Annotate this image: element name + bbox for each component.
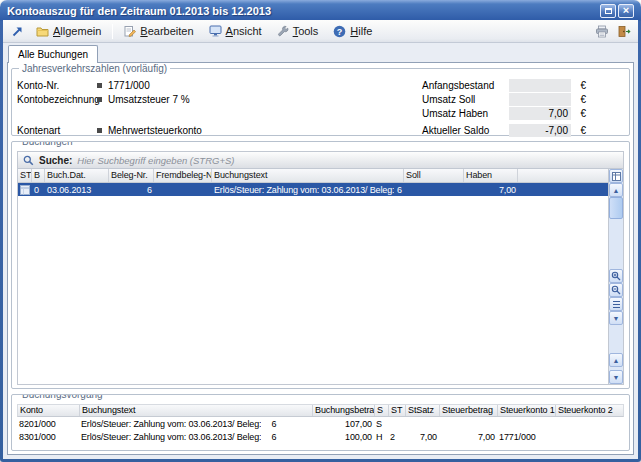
pencil-icon xyxy=(124,25,136,37)
column-header-fremdbelegnr[interactable]: Fremdbeleg-Nr. xyxy=(154,169,212,182)
column-header-steuerkonto2[interactable]: Steuerkonto 2 xyxy=(556,405,623,416)
help-icon: ? xyxy=(333,25,346,38)
cell-buchungstext: Erlös/Steuer: Zahlung vom: 03.06.2013/ B… xyxy=(212,185,404,195)
column-chooser-icon xyxy=(612,172,621,181)
field-label: Kontobezeichnung xyxy=(17,94,97,105)
buchungstext-text: Erlös/Steuer: Zahlung vom: 03.06.2013/ B… xyxy=(214,185,394,195)
record-down-button[interactable]: ▼ xyxy=(609,370,623,384)
column-header-haben[interactable]: Haben xyxy=(464,169,518,182)
column-chooser-button[interactable] xyxy=(609,169,623,183)
summary-left-column: Konto-Nr. 1771/000 Kontobezeichnung Umsa… xyxy=(17,78,422,132)
content-panel: Jahresverkehrszahlen (vorläufig) Konto-N… xyxy=(7,62,634,455)
column-header-buchdat[interactable]: Buch.Dat. xyxy=(45,169,109,182)
cell-buchdat: 03.06.2013 xyxy=(45,185,109,195)
menu-hilfe[interactable]: ? Hilfe xyxy=(326,22,379,41)
buchungstext-text: Erlös/Steuer: Zahlung vom: 03.06.2013/ B… xyxy=(81,432,261,442)
column-header-s[interactable]: S xyxy=(375,405,389,416)
menu-label: Ansicht xyxy=(226,25,262,37)
tabstrip: Alle Buchungen xyxy=(3,43,638,62)
buchungstext-ref: 6 xyxy=(271,432,276,442)
bookings-grid: ST B Buch.Dat. Beleg-Nr. Fremdbeleg-Nr. … xyxy=(17,168,624,385)
summary-group: Jahresverkehrszahlen (vorläufig) Konto-N… xyxy=(11,68,630,136)
column-header-steuerkonto1[interactable]: Steuerkonto 1 xyxy=(498,405,556,416)
column-header-soll[interactable]: Soll xyxy=(404,169,464,182)
monitor-icon xyxy=(209,25,222,37)
cell-b: 0 xyxy=(32,185,45,195)
menu-allgemein[interactable]: Allgemein xyxy=(29,22,108,41)
list-view-button[interactable] xyxy=(609,297,623,311)
zoom-out-button[interactable] xyxy=(609,283,623,297)
cell-buchungstext: Erlös/Steuer: Zahlung vom: 03.06.2013/ B… xyxy=(79,419,312,429)
currency-unit: € xyxy=(576,94,586,105)
scrollbar-track[interactable] xyxy=(609,325,623,353)
column-header-st[interactable]: ST xyxy=(18,169,32,182)
transaction-row[interactable]: 8201/000 Erlös/Steuer: Zahlung vom: 03.0… xyxy=(17,417,624,430)
maximize-icon xyxy=(605,8,612,14)
column-header-buchungstext[interactable]: Buchungstext xyxy=(212,169,404,182)
field-label: Anfangsbestand xyxy=(422,80,507,91)
column-header-buchungstext[interactable]: Buchungstext xyxy=(80,405,313,416)
field-indicator xyxy=(97,128,102,133)
print-button[interactable] xyxy=(591,22,612,41)
column-header-konto[interactable]: Konto xyxy=(18,405,80,416)
bookings-grid-body xyxy=(18,196,608,384)
column-header-buchungsbetrag[interactable]: Buchungsbetrag xyxy=(313,405,375,416)
column-header-steuerbetrag[interactable]: Steuerbetrag xyxy=(440,405,498,416)
navigate-button[interactable] xyxy=(7,22,28,41)
toolbar-separator xyxy=(112,24,113,39)
navigate-icon xyxy=(11,25,24,38)
tab-alle-buchungen[interactable]: Alle Buchungen xyxy=(8,45,98,63)
exit-door-icon xyxy=(617,25,631,38)
booking-row-selected[interactable]: 0 03.06.2013 6 Erlös/Steuer: Zahlung vom… xyxy=(18,183,608,196)
buchungstext-ref: 6 xyxy=(397,185,402,195)
currency-unit: € xyxy=(576,80,586,91)
cell-stsatz: 7,00 xyxy=(405,432,439,442)
zoom-out-icon xyxy=(611,285,621,295)
down-arrow-icon: ▼ xyxy=(613,315,620,322)
field-aktueller-saldo: Aktueller Saldo -7,00 € xyxy=(422,123,586,137)
field-value: 7,00 xyxy=(549,108,568,119)
close-button[interactable]: × xyxy=(618,4,634,18)
column-header-st[interactable]: ST xyxy=(389,405,406,416)
currency-unit: € xyxy=(576,108,586,119)
column-header-stsatz[interactable]: StSatz xyxy=(406,405,440,416)
menu-tools[interactable]: Tools xyxy=(270,22,326,41)
cell-belegnr: 6 xyxy=(109,185,154,195)
cell-buchungsbetrag: 100,00 xyxy=(312,432,374,442)
window-controls: × xyxy=(600,4,634,18)
menu-bearbeiten[interactable]: Bearbeiten xyxy=(117,22,200,41)
exit-button[interactable] xyxy=(613,22,634,41)
cell-steuerkonto1: 1771/000 xyxy=(497,432,555,442)
record-up-button[interactable]: ▲ xyxy=(609,353,623,367)
field-anfangsbestand: Anfangsbestand € xyxy=(422,78,586,92)
field-indicator xyxy=(97,83,102,88)
buchungstext-ref: 6 xyxy=(271,419,276,429)
scrollbar-track[interactable] xyxy=(609,219,623,269)
scroll-up-button[interactable]: ▲ xyxy=(609,183,623,197)
field-umsatz-soll: Umsatz Soll € xyxy=(422,92,586,106)
column-header-belegnr[interactable]: Beleg-Nr. xyxy=(109,169,154,182)
transaction-group: Buchungsvorgang Konto Buchungstext Buchu… xyxy=(11,394,630,451)
readonly-field xyxy=(509,79,571,92)
menu-ansicht[interactable]: Ansicht xyxy=(202,22,269,41)
transaction-group-title: Buchungsvorgang xyxy=(19,394,106,400)
field-value: Umsatzsteuer 7 % xyxy=(108,94,190,105)
row-status-cell xyxy=(18,185,32,195)
readonly-field xyxy=(509,93,571,106)
titlebar[interactable]: Kontoauszug für den Zeitraum 01.2013 bis… xyxy=(3,1,638,20)
scroll-down-button[interactable]: ▼ xyxy=(609,311,623,325)
maximize-button[interactable] xyxy=(600,4,616,18)
menu-label: Hilfe xyxy=(350,25,372,37)
cell-buchungstext: Erlös/Steuer: Zahlung vom: 03.06.2013/ B… xyxy=(79,432,312,442)
scrollbar-thumb[interactable] xyxy=(609,197,623,219)
close-icon: × xyxy=(623,5,629,16)
search-input[interactable] xyxy=(77,155,618,166)
summary-right-column: Anfangsbestand € Umsatz Soll € Umsatz Ha… xyxy=(422,78,624,132)
down-arrow-icon: ▼ xyxy=(613,374,620,381)
column-header-b[interactable]: B xyxy=(32,169,45,182)
field-label: Konto-Nr. xyxy=(17,80,97,91)
zoom-in-button[interactable] xyxy=(609,269,623,283)
transaction-row[interactable]: 8301/000 Erlös/Steuer: Zahlung vom: 03.0… xyxy=(17,430,624,443)
svg-text:?: ? xyxy=(337,26,343,36)
summary-group-title: Jahresverkehrszahlen (vorläufig) xyxy=(19,63,170,74)
